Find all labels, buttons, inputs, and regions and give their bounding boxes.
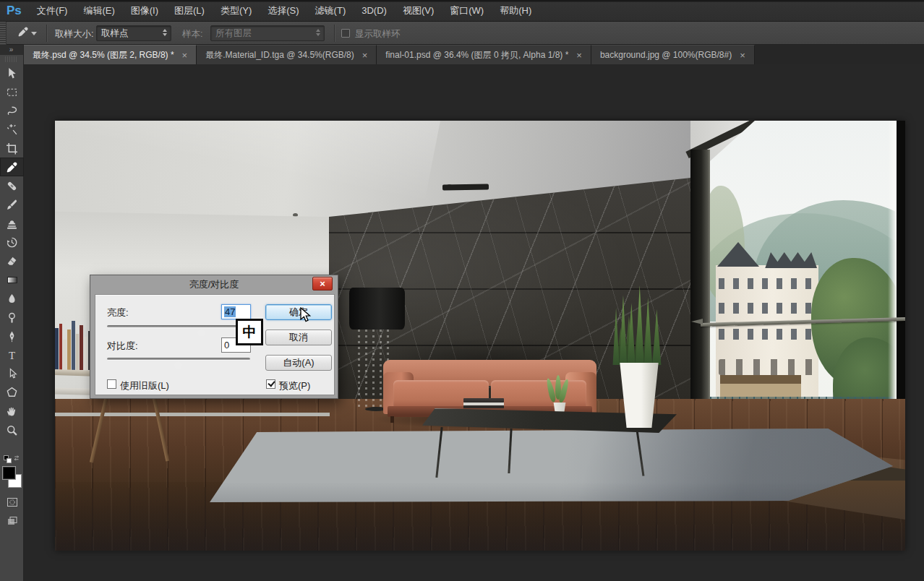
default-colors-icon[interactable] bbox=[7, 458, 12, 463]
book-spine bbox=[72, 321, 75, 370]
updown-arrows-icon bbox=[316, 29, 320, 36]
menu-edit[interactable]: 编辑(E) bbox=[75, 1, 122, 21]
hand-tool[interactable] bbox=[0, 402, 24, 421]
clone-stamp-tool[interactable] bbox=[0, 214, 24, 233]
tab-document-4[interactable]: background.jpg @ 100%(RGB/8#) × bbox=[591, 45, 755, 64]
dialog-titlebar[interactable]: 亮度/对比度 × bbox=[90, 275, 338, 294]
menu-image[interactable]: 图像(I) bbox=[123, 1, 166, 21]
eraser-tool[interactable] bbox=[0, 251, 24, 270]
move-tool[interactable] bbox=[0, 64, 24, 82]
color-swatches bbox=[0, 466, 24, 494]
book-spine bbox=[80, 325, 83, 370]
brightness-input[interactable]: 47 bbox=[221, 304, 251, 319]
quick-mask-icon bbox=[7, 496, 18, 511]
ceiling-vent bbox=[442, 184, 489, 190]
close-icon[interactable]: × bbox=[181, 50, 189, 61]
collapse-panel-button[interactable]: » bbox=[0, 45, 23, 55]
use-legacy-checkbox[interactable] bbox=[107, 379, 116, 389]
menu-3d[interactable]: 3D(D) bbox=[354, 1, 395, 20]
sample-size-value: 取样点 bbox=[101, 27, 129, 40]
updown-arrows-icon bbox=[163, 29, 167, 36]
swap-colors-icon[interactable] bbox=[13, 453, 22, 466]
table-leg bbox=[435, 427, 442, 478]
svg-text:T: T bbox=[9, 349, 15, 361]
book-spine bbox=[55, 328, 59, 370]
direct-selection-tool[interactable] bbox=[0, 364, 24, 383]
ok-button[interactable]: 确定 bbox=[265, 304, 332, 320]
magic-wand-tool[interactable] bbox=[0, 120, 24, 139]
brightness-slider-thumb[interactable] bbox=[197, 328, 206, 336]
shape-tool[interactable] bbox=[0, 383, 24, 402]
healing-brush-tool[interactable] bbox=[0, 176, 24, 195]
tab-document-1[interactable]: 最终.psd @ 34.5% (图层 2, RGB/8) * × bbox=[24, 45, 197, 64]
book-spine bbox=[84, 337, 87, 370]
dialog-body: 亮度: 47 对比度: 0 使用旧版(L) 确定 取消 自动(A) 预览(P) bbox=[95, 294, 335, 395]
preview-checkbox[interactable] bbox=[266, 379, 275, 389]
eyedropper-tool[interactable] bbox=[0, 158, 24, 176]
sample-value: 所有图层 bbox=[215, 27, 252, 40]
sample-size-dropdown[interactable]: 取样点 bbox=[96, 25, 171, 41]
menu-help[interactable]: 帮助(H) bbox=[492, 1, 539, 21]
tab-document-3[interactable]: final-01.psd @ 36.4% (图层 0 拷贝, Alpha 1/8… bbox=[377, 45, 591, 64]
foreground-color-swatch[interactable] bbox=[2, 466, 16, 480]
building-windows bbox=[719, 278, 816, 289]
history-brush-tool[interactable] bbox=[0, 233, 24, 251]
brightness-label: 亮度: bbox=[107, 306, 129, 319]
close-button[interactable]: × bbox=[312, 277, 333, 290]
gradient-tool[interactable] bbox=[0, 270, 24, 289]
menu-layer[interactable]: 图层(L) bbox=[166, 1, 213, 21]
photoshop-window: Ps 文件(F) 编辑(E) 图像(I) 图层(L) 类型(Y) 选择(S) 滤… bbox=[0, 0, 924, 581]
book-spine bbox=[63, 340, 67, 370]
menu-type[interactable]: 类型(Y) bbox=[213, 1, 260, 21]
building-windows bbox=[719, 329, 816, 340]
pen-tool[interactable] bbox=[0, 327, 24, 345]
close-icon[interactable]: × bbox=[738, 50, 747, 61]
menu-filter[interactable]: 滤镜(T) bbox=[307, 1, 354, 21]
cursor-arrow bbox=[300, 307, 312, 327]
screen-mode-icon bbox=[7, 515, 18, 530]
table-leg bbox=[508, 429, 512, 473]
table-leg bbox=[636, 430, 644, 476]
contrast-value: 0 bbox=[224, 340, 229, 350]
book-spine bbox=[67, 330, 71, 370]
book-spine bbox=[76, 334, 80, 370]
zoom-tool[interactable] bbox=[0, 421, 24, 439]
menu-select[interactable]: 选择(S) bbox=[260, 1, 307, 21]
tools-panel: » T bbox=[0, 45, 24, 581]
close-icon[interactable]: × bbox=[361, 50, 369, 61]
sample-dropdown: 所有图层 bbox=[210, 25, 325, 41]
auto-button[interactable]: 自动(A) bbox=[265, 355, 332, 371]
chevron-down-icon bbox=[31, 32, 37, 35]
screen-mode-button[interactable] bbox=[0, 515, 24, 530]
tab-label: background.jpg @ 100%(RGB/8#) bbox=[600, 50, 732, 60]
eyedropper-icon bbox=[17, 26, 29, 40]
menu-file[interactable]: 文件(F) bbox=[29, 1, 76, 21]
sample-size-label: 取样大小: bbox=[55, 28, 93, 40]
use-legacy-label: 使用旧版(L) bbox=[120, 379, 169, 392]
building-windows bbox=[719, 303, 816, 314]
marquee-tool[interactable] bbox=[0, 82, 24, 101]
sample-label: 样本: bbox=[182, 28, 202, 40]
brightness-slider[interactable] bbox=[107, 325, 250, 328]
panel-grip[interactable] bbox=[5, 56, 18, 62]
preview-label: 预览(P) bbox=[279, 379, 310, 392]
quick-mask-button[interactable] bbox=[0, 496, 24, 512]
cancel-button[interactable]: 取消 bbox=[265, 330, 332, 345]
sofa-leg bbox=[390, 416, 394, 423]
brush-tool[interactable] bbox=[0, 195, 24, 214]
lasso-tool[interactable] bbox=[0, 101, 24, 120]
contrast-slider[interactable] bbox=[107, 358, 250, 361]
close-icon[interactable]: × bbox=[575, 50, 583, 61]
tab-document-2[interactable]: 最终.Material_ID.tga @ 34.5%(RGB/8) × bbox=[197, 45, 377, 64]
contrast-slider-thumb[interactable] bbox=[174, 361, 183, 369]
options-grip[interactable] bbox=[0, 22, 7, 45]
book-spine bbox=[59, 324, 63, 370]
type-tool[interactable]: T bbox=[0, 345, 24, 364]
menu-view[interactable]: 视图(V) bbox=[395, 1, 442, 21]
eyedropper-tool-preset[interactable] bbox=[14, 24, 43, 43]
separator bbox=[46, 25, 47, 42]
crop-tool[interactable] bbox=[0, 139, 24, 158]
dodge-tool[interactable] bbox=[0, 308, 24, 327]
menu-window[interactable]: 窗口(W) bbox=[442, 1, 492, 21]
blur-tool[interactable] bbox=[0, 289, 24, 308]
